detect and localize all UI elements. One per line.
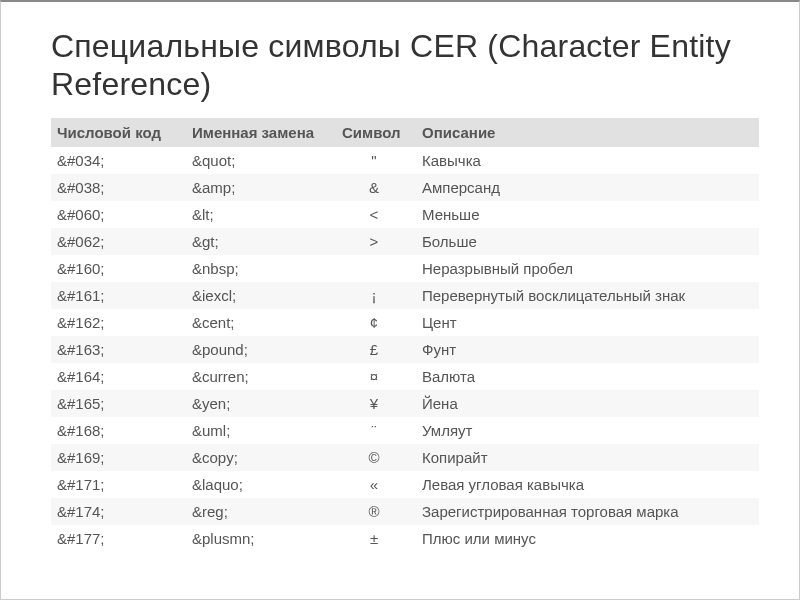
cell-desc: Умляут bbox=[416, 417, 759, 444]
cell-symbol: « bbox=[336, 471, 416, 498]
page-title: Специальные символы CER (Character Entit… bbox=[51, 28, 759, 104]
cell-desc: Зарегистрированная торговая марка bbox=[416, 498, 759, 525]
cell-symbol bbox=[336, 255, 416, 282]
cell-desc: Копирайт bbox=[416, 444, 759, 471]
cell-numeric: &#062; bbox=[51, 228, 186, 255]
cell-numeric: &#164; bbox=[51, 363, 186, 390]
table-row: &#162;&cent;¢Цент bbox=[51, 309, 759, 336]
cell-symbol: ¥ bbox=[336, 390, 416, 417]
cell-symbol: £ bbox=[336, 336, 416, 363]
table-row: &#163;&pound;£Фунт bbox=[51, 336, 759, 363]
table-row: &#169;&copy;©Копирайт bbox=[51, 444, 759, 471]
cell-named: &cent; bbox=[186, 309, 336, 336]
cell-symbol: " bbox=[336, 147, 416, 174]
cell-named: &plusmn; bbox=[186, 525, 336, 552]
cell-desc: Валюта bbox=[416, 363, 759, 390]
cell-symbol: > bbox=[336, 228, 416, 255]
cell-symbol: ® bbox=[336, 498, 416, 525]
cell-desc: Неразрывный пробел bbox=[416, 255, 759, 282]
cell-numeric: &#163; bbox=[51, 336, 186, 363]
entities-table: Числовой код Именная замена Символ Описа… bbox=[51, 118, 759, 552]
cell-desc: Цент bbox=[416, 309, 759, 336]
cell-named: &copy; bbox=[186, 444, 336, 471]
table-row: &#160;&nbsp; Неразрывный пробел bbox=[51, 255, 759, 282]
table-row: &#060;&lt;<Меньше bbox=[51, 201, 759, 228]
cell-named: &iexcl; bbox=[186, 282, 336, 309]
cell-symbol: < bbox=[336, 201, 416, 228]
cell-named: &quot; bbox=[186, 147, 336, 174]
cell-named: &uml; bbox=[186, 417, 336, 444]
cell-named: &laquo; bbox=[186, 471, 336, 498]
cell-numeric: &#162; bbox=[51, 309, 186, 336]
cell-numeric: &#171; bbox=[51, 471, 186, 498]
cell-numeric: &#168; bbox=[51, 417, 186, 444]
table-row: &#161;&iexcl;¡Перевернутый восклицательн… bbox=[51, 282, 759, 309]
cell-named: &lt; bbox=[186, 201, 336, 228]
col-desc: Описание bbox=[416, 118, 759, 147]
cell-named: &amp; bbox=[186, 174, 336, 201]
col-named: Именная замена bbox=[186, 118, 336, 147]
table-row: &#177;&plusmn;±Плюс или минус bbox=[51, 525, 759, 552]
cell-named: &reg; bbox=[186, 498, 336, 525]
cell-symbol: ¡ bbox=[336, 282, 416, 309]
col-symbol: Символ bbox=[336, 118, 416, 147]
cell-numeric: &#161; bbox=[51, 282, 186, 309]
cell-symbol: ¢ bbox=[336, 309, 416, 336]
cell-desc: Больше bbox=[416, 228, 759, 255]
cell-named: &gt; bbox=[186, 228, 336, 255]
cell-symbol: & bbox=[336, 174, 416, 201]
cell-symbol: ± bbox=[336, 525, 416, 552]
table-header-row: Числовой код Именная замена Символ Описа… bbox=[51, 118, 759, 147]
cell-named: &nbsp; bbox=[186, 255, 336, 282]
table-row: &#062;&gt;>Больше bbox=[51, 228, 759, 255]
cell-symbol: ¨ bbox=[336, 417, 416, 444]
slide: Специальные символы CER (Character Entit… bbox=[0, 0, 800, 600]
table-row: &#164;&curren;¤Валюта bbox=[51, 363, 759, 390]
cell-numeric: &#060; bbox=[51, 201, 186, 228]
cell-numeric: &#038; bbox=[51, 174, 186, 201]
cell-named: &pound; bbox=[186, 336, 336, 363]
cell-desc: Плюс или минус bbox=[416, 525, 759, 552]
cell-symbol: © bbox=[336, 444, 416, 471]
cell-named: &yen; bbox=[186, 390, 336, 417]
table-row: &#034;&quot;"Кавычка bbox=[51, 147, 759, 174]
cell-desc: Меньше bbox=[416, 201, 759, 228]
cell-named: &curren; bbox=[186, 363, 336, 390]
table-row: &#174;&reg;®Зарегистрированная торговая … bbox=[51, 498, 759, 525]
cell-numeric: &#165; bbox=[51, 390, 186, 417]
table-row: &#038;&amp;&Амперсанд bbox=[51, 174, 759, 201]
cell-numeric: &#174; bbox=[51, 498, 186, 525]
cell-desc: Йена bbox=[416, 390, 759, 417]
cell-desc: Фунт bbox=[416, 336, 759, 363]
table-row: &#171;&laquo;«Левая угловая кавычка bbox=[51, 471, 759, 498]
col-numeric: Числовой код bbox=[51, 118, 186, 147]
cell-symbol: ¤ bbox=[336, 363, 416, 390]
cell-desc: Левая угловая кавычка bbox=[416, 471, 759, 498]
cell-numeric: &#177; bbox=[51, 525, 186, 552]
table-row: &#165;&yen;¥Йена bbox=[51, 390, 759, 417]
cell-desc: Амперсанд bbox=[416, 174, 759, 201]
cell-desc: Перевернутый восклицательный знак bbox=[416, 282, 759, 309]
table-row: &#168;&uml;¨Умляут bbox=[51, 417, 759, 444]
cell-numeric: &#160; bbox=[51, 255, 186, 282]
cell-numeric: &#034; bbox=[51, 147, 186, 174]
cell-numeric: &#169; bbox=[51, 444, 186, 471]
cell-desc: Кавычка bbox=[416, 147, 759, 174]
